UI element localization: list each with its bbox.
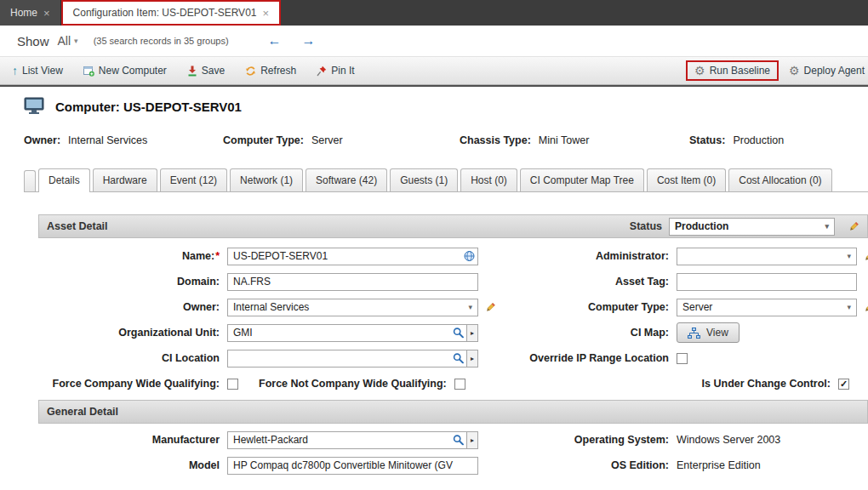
tab-event[interactable]: Event (12) bbox=[160, 168, 227, 191]
lookup-expand-arrow[interactable]: ▸ bbox=[467, 324, 478, 342]
run-baseline-label: Run Baseline bbox=[710, 65, 770, 77]
status-dropdown[interactable]: Production ▾ bbox=[669, 218, 835, 236]
override-ip-field-label: Override IP Range Location bbox=[515, 352, 677, 364]
lookup-expand-arrow[interactable]: ▸ bbox=[467, 431, 478, 449]
administrator-dropdown[interactable]: ▾ bbox=[677, 248, 857, 265]
ci-map-view-button[interactable]: View bbox=[677, 322, 740, 343]
list-view-button[interactable]: ↑ List View bbox=[12, 65, 63, 77]
tab-scroll-stub[interactable] bbox=[24, 170, 36, 191]
tab-home-label: Home bbox=[10, 7, 37, 19]
refresh-label: Refresh bbox=[260, 65, 296, 77]
org-unit-field-label: Organizational Unit: bbox=[38, 327, 227, 339]
edit-pencil-icon[interactable] bbox=[862, 250, 868, 263]
force-not-company-field-label: Force Not Company Wide Qualifying: bbox=[259, 378, 447, 390]
tab-software[interactable]: Software (42) bbox=[306, 168, 387, 191]
tab-host[interactable]: Host (0) bbox=[460, 168, 517, 191]
deploy-agent-label: Deploy Agent bbox=[804, 65, 865, 77]
pin-icon bbox=[317, 66, 327, 77]
summary-chassis-type-label: Chassis Type: bbox=[460, 134, 531, 146]
tab-network[interactable]: Network (1) bbox=[230, 168, 303, 191]
tab-ci-computer-map-tree[interactable]: CI Computer Map Tree bbox=[520, 168, 644, 191]
summary-chassis-type-value: Mini Tower bbox=[539, 134, 590, 146]
operating-system-field-label: Operating System: bbox=[515, 434, 677, 446]
manufacturer-input[interactable] bbox=[227, 431, 467, 449]
domain-input[interactable] bbox=[227, 273, 478, 291]
summary-owner-label: Owner: bbox=[24, 134, 60, 146]
computer-icon bbox=[24, 97, 46, 116]
lookup-expand-arrow[interactable]: ▸ bbox=[467, 350, 478, 368]
asset-detail-form: Name:* Administrator: ▾ bbox=[38, 238, 868, 400]
tab-cost-allocation[interactable]: Cost Allocation (0) bbox=[728, 168, 831, 191]
summary-status: Status: Production bbox=[689, 134, 784, 146]
tab-configuration-item[interactable]: Configuration Item: US-DEPOT-SERV01 × bbox=[61, 0, 281, 26]
asset-detail-header: Asset Detail Status Production ▾ bbox=[38, 214, 868, 238]
ci-map-view-label: View bbox=[706, 327, 728, 339]
next-record-button[interactable]: → bbox=[302, 33, 316, 48]
computer-type-dropdown[interactable]: Server ▾ bbox=[677, 299, 857, 316]
chevron-down-icon: ▾ bbox=[468, 303, 472, 311]
detail-panels: Asset Detail Status Production ▾ Name:* bbox=[38, 214, 868, 481]
ci-map-field-label: CI Map: bbox=[515, 327, 677, 339]
close-icon[interactable]: × bbox=[43, 8, 50, 19]
search-icon[interactable] bbox=[453, 435, 464, 446]
edit-pencil-icon[interactable] bbox=[847, 220, 859, 233]
show-bar: Show All ▾ (35 search records in 35 grou… bbox=[0, 26, 868, 56]
owner-dropdown[interactable]: Internal Services ▾ bbox=[227, 299, 478, 316]
gear-icon: ⚙ bbox=[789, 65, 800, 77]
globe-icon[interactable] bbox=[464, 251, 475, 262]
force-not-company-checkbox[interactable] bbox=[454, 379, 465, 390]
refresh-button[interactable]: Refresh bbox=[245, 65, 296, 77]
asset-tag-field-label: Asset Tag: bbox=[515, 276, 677, 288]
record-title-row: Computer: US-DEPOT-SERV01 bbox=[24, 97, 868, 116]
tab-details[interactable]: Details bbox=[38, 168, 90, 191]
tab-home[interactable]: Home × bbox=[0, 0, 61, 26]
new-computer-button[interactable]: New Computer bbox=[83, 65, 167, 77]
search-icon[interactable] bbox=[453, 353, 464, 364]
save-label: Save bbox=[202, 65, 225, 77]
edit-pencil-icon[interactable] bbox=[862, 301, 868, 314]
new-computer-label: New Computer bbox=[99, 65, 167, 77]
org-unit-input[interactable] bbox=[227, 324, 467, 342]
chevron-down-icon: ▾ bbox=[847, 252, 851, 260]
previous-record-button[interactable]: ← bbox=[268, 33, 282, 48]
up-arrow-icon: ↑ bbox=[12, 65, 18, 77]
deploy-agent-button[interactable]: ⚙ Deploy Agent bbox=[789, 65, 865, 77]
summary-row: Owner: Internal Services Computer Type: … bbox=[24, 134, 868, 146]
chevron-down-icon: ▾ bbox=[847, 303, 851, 311]
model-input[interactable] bbox=[227, 457, 478, 475]
run-baseline-button[interactable]: ⚙ Run Baseline bbox=[686, 60, 779, 81]
tab-cost-item[interactable]: Cost Item (0) bbox=[647, 168, 726, 191]
search-records-count: (35 search records in 35 groups) bbox=[94, 36, 229, 46]
summary-computer-type: Computer Type: Server bbox=[223, 134, 460, 146]
toolbar-right-group: ⚙ Run Baseline ⚙ Deploy Agent bbox=[686, 60, 868, 81]
search-icon[interactable] bbox=[453, 328, 464, 339]
force-company-checkbox[interactable] bbox=[227, 379, 238, 390]
force-company-field-label: Force Company Wide Qualifying: bbox=[38, 378, 227, 390]
change-control-checkbox[interactable] bbox=[838, 379, 849, 390]
gear-icon: ⚙ bbox=[694, 65, 705, 77]
toolbar: ↑ List View New Computer Save Refresh Pi… bbox=[0, 56, 868, 85]
show-filter-dropdown[interactable]: All ▾ bbox=[58, 34, 78, 48]
general-detail-form: Manufacturer ▸ Operating System: Windows bbox=[38, 424, 868, 481]
ci-location-field-label: CI Location bbox=[38, 352, 227, 364]
ci-location-input[interactable] bbox=[227, 350, 467, 368]
status-dropdown-value: Production bbox=[675, 220, 728, 232]
tab-hardware[interactable]: Hardware bbox=[93, 168, 157, 191]
sitemap-icon bbox=[688, 328, 700, 339]
asset-detail-title: Asset Detail bbox=[47, 220, 108, 232]
save-icon bbox=[187, 66, 197, 77]
edit-pencil-icon[interactable] bbox=[483, 301, 496, 314]
override-ip-checkbox[interactable] bbox=[677, 353, 688, 364]
tab-guests[interactable]: Guests (1) bbox=[390, 168, 458, 191]
os-edition-field-label: OS Edition: bbox=[515, 459, 677, 471]
asset-tag-input[interactable] bbox=[677, 273, 857, 291]
domain-field-label: Domain: bbox=[38, 276, 227, 288]
name-input[interactable] bbox=[227, 248, 478, 265]
summary-owner: Owner: Internal Services bbox=[24, 134, 223, 146]
close-icon[interactable]: × bbox=[262, 8, 269, 19]
os-edition-value: Enterprise Edition bbox=[677, 459, 761, 471]
save-button[interactable]: Save bbox=[187, 65, 225, 77]
pin-it-button[interactable]: Pin It bbox=[317, 65, 354, 77]
detail-tabstrip: Details Hardware Event (12) Network (1) … bbox=[24, 168, 868, 192]
chevron-down-icon: ▾ bbox=[74, 37, 78, 45]
